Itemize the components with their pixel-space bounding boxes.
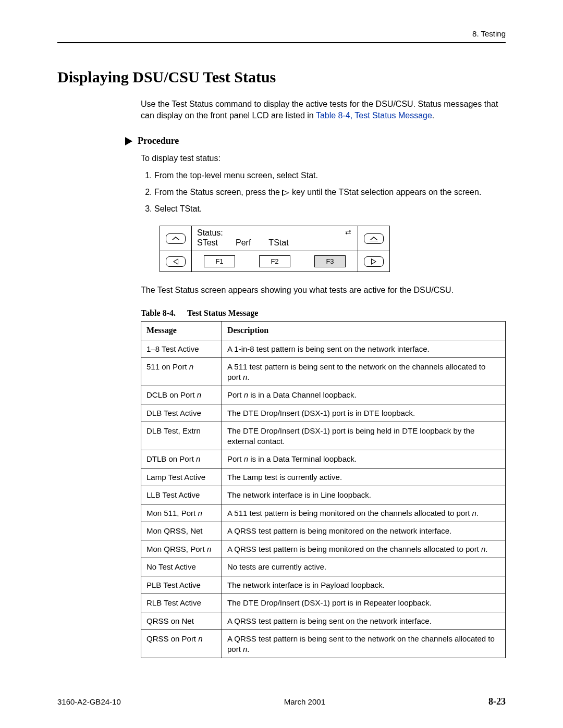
table-caption-title: Test Status Message [187, 309, 258, 317]
lcd-function-key[interactable]: F2 [259, 255, 290, 267]
lcd-eject-button[interactable] [358, 229, 389, 248]
table-cell-message: PLB Test Active [141, 576, 222, 594]
page-title: Displaying DSU/CSU Test Status [57, 68, 506, 86]
table-cell-message: 1–8 Test Active [141, 340, 222, 358]
table-cell-message: QRSS on Net [141, 612, 222, 630]
up-icon [172, 237, 180, 240]
table-cell-description: The Lamp test is currently active. [222, 468, 506, 486]
table-cell-description: A QRSS test pattern is being sent on the… [222, 612, 506, 630]
lcd-function-key[interactable]: F1 [204, 255, 235, 267]
table-cell-description: A 511 test pattern is being sent to the … [222, 358, 506, 386]
footer-date: March 2001 [284, 697, 325, 706]
procedure-heading-row: Procedure [125, 135, 506, 146]
table-cell-message: 511 on Port n [141, 358, 222, 386]
table-row: RLB Test ActiveThe DTE Drop/Insert (DSX-… [141, 594, 506, 612]
procedure-step: Select TStat. [154, 203, 506, 215]
footer-doc-id: 3160-A2-GB24-10 [57, 697, 121, 706]
footer-page-number: 8-23 [488, 696, 506, 707]
table-reference-link[interactable]: Table 8-4, Test Status Message [316, 111, 432, 120]
lcd-nav-left-button[interactable] [160, 252, 191, 271]
table-row: LLB Test ActiveThe network interface is … [141, 486, 506, 504]
table-cell-description: Port n is in a Data Channel loopback. [222, 386, 506, 404]
table-cell-description: The DTE Drop/Insert (DSX-1) port is in D… [222, 404, 506, 422]
table-row: DLB Test ActiveThe DTE Drop/Insert (DSX-… [141, 404, 506, 422]
lcd-panel: ⇄ Status: STestPerfTStat F1F2F3 [160, 226, 390, 272]
table-row: Mon QRSS, NetA QRSS test pattern is bein… [141, 522, 506, 540]
intro-text-after: . [432, 111, 434, 120]
table-row: No Test ActiveNo tests are currently act… [141, 558, 506, 576]
page-footer: 3160-A2-GB24-10 March 2001 8-23 [57, 696, 506, 707]
right-key-icon [282, 190, 289, 196]
left-icon [173, 258, 178, 265]
table-cell-message: Mon QRSS, Port n [141, 540, 222, 558]
table-row: 511 on Port nA 511 test pattern is being… [141, 358, 506, 386]
test-status-message-table: Message Description 1–8 Test ActiveA 1-i… [141, 321, 506, 658]
chapter-header: 8. Testing [57, 29, 506, 38]
table-cell-description: A 1-in-8 test pattern is being sent on t… [222, 340, 506, 358]
eject-icon [370, 237, 378, 240]
table-row: QRSS on NetA QRSS test pattern is being … [141, 612, 506, 630]
triangle-right-icon [125, 137, 132, 145]
intro-paragraph: Use the Test Status command to display t… [141, 98, 506, 121]
table-cell-message: DTLB on Port n [141, 450, 222, 468]
lcd-menu-option[interactable]: STest [197, 238, 218, 248]
table-cell-description: The DTE Drop/Insert (DSX-1) port is bein… [222, 422, 506, 450]
lcd-menu-option[interactable]: Perf [236, 238, 251, 248]
table-row: PLB Test ActiveThe network interface is … [141, 576, 506, 594]
swap-arrows-icon: ⇄ [345, 228, 351, 236]
table-cell-message: Lamp Test Active [141, 468, 222, 486]
table-cell-description: No tests are currently active. [222, 558, 506, 576]
procedure-step: From the Status screen, press the key un… [154, 186, 506, 199]
lcd-function-keys: F1F2F3 [191, 251, 358, 272]
procedure-lead: To display test status: [141, 154, 506, 163]
procedure-steps: From the top-level menu screen, select S… [154, 169, 506, 215]
table-cell-message: DCLB on Port n [141, 386, 222, 404]
table-row: Mon 511, Port nA 511 test pattern is bei… [141, 504, 506, 522]
table-cell-description: The network interface is in Payload loop… [222, 576, 506, 594]
table-cell-description: A QRSS test pattern is being monitored o… [222, 522, 506, 540]
table-cell-message: Mon QRSS, Net [141, 522, 222, 540]
table-row: Lamp Test ActiveThe Lamp test is current… [141, 468, 506, 486]
table-row: DCLB on Port nPort n is in a Data Channe… [141, 386, 506, 404]
table-caption: Table 8-4.Test Status Message [141, 309, 506, 318]
right-icon [371, 258, 376, 265]
table-cell-description: The network interface is in Line loopbac… [222, 486, 506, 504]
lcd-function-key[interactable]: F3 [314, 255, 346, 267]
table-cell-description: Port n is in a Data Terminal loopback. [222, 450, 506, 468]
result-paragraph: The Test Status screen appears showing y… [141, 285, 506, 296]
table-cell-message: No Test Active [141, 558, 222, 576]
table-cell-message: QRSS on Port n [141, 630, 222, 658]
lcd-nav-up-button[interactable] [160, 229, 191, 248]
lcd-menu-option[interactable]: TStat [268, 238, 288, 248]
table-row: DLB Test, ExtrnThe DTE Drop/Insert (DSX-… [141, 422, 506, 450]
table-header-description: Description [222, 321, 506, 340]
table-cell-description: The DTE Drop/Insert (DSX-1) port is in R… [222, 594, 506, 612]
lcd-options-row: STestPerfTStat [197, 238, 352, 248]
procedure-heading: Procedure [138, 135, 179, 146]
header-rule [57, 42, 506, 43]
table-cell-message: RLB Test Active [141, 594, 222, 612]
table-cell-description: A 511 test pattern is being monitored on… [222, 504, 506, 522]
table-cell-message: DLB Test, Extrn [141, 422, 222, 450]
table-row: QRSS on Port nA QRSS test pattern is bei… [141, 630, 506, 658]
table-cell-message: Mon 511, Port n [141, 504, 222, 522]
table-row: 1–8 Test ActiveA 1-in-8 test pattern is … [141, 340, 506, 358]
table-caption-label: Table 8-4. [141, 309, 176, 317]
table-cell-message: DLB Test Active [141, 404, 222, 422]
table-cell-description: A QRSS test pattern is being monitored o… [222, 540, 506, 558]
lcd-nav-right-button[interactable] [358, 252, 389, 271]
lcd-title-line: Status: [197, 228, 352, 238]
table-row: DTLB on Port nPort n is in a Data Termin… [141, 450, 506, 468]
table-cell-message: LLB Test Active [141, 486, 222, 504]
table-header-message: Message [141, 321, 222, 340]
procedure-step: From the top-level menu screen, select S… [154, 169, 506, 182]
table-cell-description: A QRSS test pattern is being sent to the… [222, 630, 506, 658]
table-row: Mon QRSS, Port nA QRSS test pattern is b… [141, 540, 506, 558]
